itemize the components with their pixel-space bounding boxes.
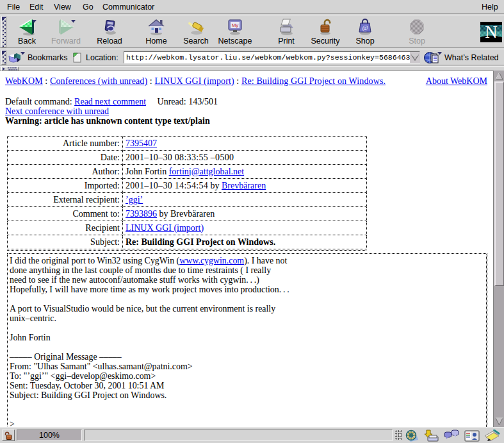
svg-text:My: My: [232, 22, 239, 28]
svg-text:N: N: [485, 22, 498, 42]
svg-text:@: @: [362, 24, 368, 31]
